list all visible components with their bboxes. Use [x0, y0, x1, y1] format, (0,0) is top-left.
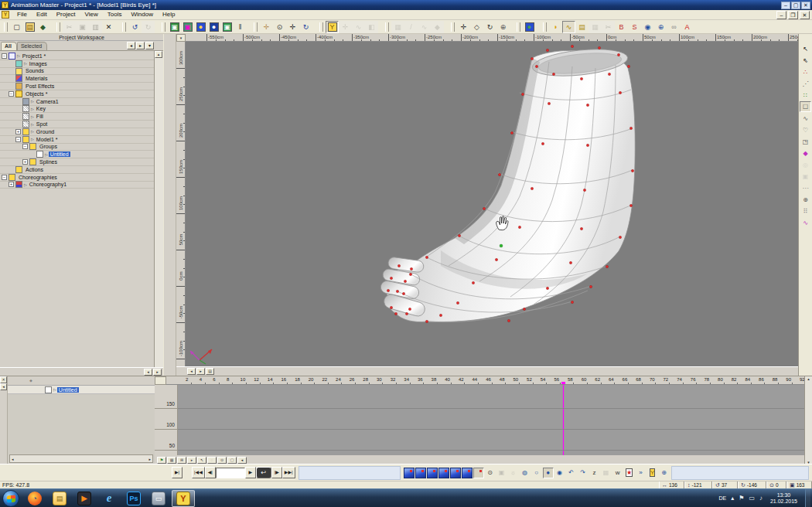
show-bias-icon[interactable]: B — [615, 21, 628, 33]
add-point-tool-icon[interactable]: ∴ — [800, 66, 811, 77]
to-start-button[interactable]: |◀◀ — [192, 467, 205, 478]
ruler-corner-button[interactable]: ▾ — [176, 34, 186, 42]
orbit-left-icon[interactable]: ↶ — [566, 468, 577, 478]
close-button[interactable]: ✕ — [801, 2, 810, 9]
tree-item-label[interactable]: Post Effects — [24, 83, 56, 89]
extrude-tool-icon[interactable]: ◳ — [800, 136, 811, 147]
undo-icon[interactable]: ↺ — [128, 21, 142, 33]
viewport-scroll-button-0[interactable]: ◂ — [187, 368, 196, 375]
action-center-icon[interactable]: ⚑ — [739, 495, 744, 502]
move-view-icon[interactable]: ✛ — [286, 21, 299, 33]
setup-mode-icon[interactable]: ∿ — [352, 21, 365, 33]
tree-item-objects[interactable]: −Objects * — [0, 90, 154, 98]
render-points-icon[interactable]: ◍ — [520, 468, 531, 478]
workspace-header[interactable]: Project Workspace — [0, 34, 163, 41]
tab-selected[interactable]: Selected — [17, 42, 47, 50]
pan-hand-icon[interactable]: ✛ — [260, 21, 273, 33]
collapse-icon[interactable]: − — [9, 91, 14, 97]
stereo-view-icon[interactable]: ◉ — [641, 21, 654, 33]
scroll-right-icon[interactable]: ▸ — [147, 457, 152, 461]
collapse-icon[interactable]: − — [22, 144, 28, 149]
mdi-close-button[interactable]: ✕ — [800, 11, 810, 19]
render-textured-icon[interactable]: ◉ — [554, 468, 565, 478]
zoom-mode-icon[interactable]: ⊙ — [485, 468, 496, 478]
viewport-scroll-button-1[interactable]: ▸ — [196, 368, 205, 375]
tree-item-fill[interactable]: ▷Fill — [0, 113, 154, 121]
library-icon[interactable]: ▣ — [168, 21, 181, 33]
cut-icon[interactable]: ✂ — [63, 21, 76, 33]
view-front-icon[interactable] — [404, 468, 415, 478]
mdi-minimize-button[interactable]: – — [776, 11, 786, 19]
workspace-vertical-scrollbar[interactable]: ▴ — [154, 51, 163, 367]
redo-icon[interactable]: ↻ — [142, 21, 155, 33]
render-shaded-icon[interactable]: ● — [543, 468, 554, 478]
tree-item-label[interactable]: Fill — [35, 114, 45, 119]
collapse-icon[interactable]: − — [2, 53, 7, 59]
rotate-manipulator-icon[interactable]: ↻ — [483, 21, 496, 33]
menu-edit[interactable]: Edit — [32, 10, 52, 19]
display-icon[interactable]: ▭ — [749, 495, 755, 502]
tree-item-label[interactable]: Ground — [35, 129, 56, 134]
copy-icon[interactable]: ▣ — [76, 21, 89, 33]
menu-file[interactable]: File — [12, 10, 32, 19]
show-normals-icon[interactable]: S — [628, 21, 641, 33]
mirror-mode-icon[interactable]: ◧ — [365, 21, 378, 33]
model-canvas[interactable] — [186, 42, 798, 366]
tree-item-untitled[interactable]: ▷Untitled — [0, 151, 154, 158]
loop-button[interactable]: ↩ — [256, 467, 271, 478]
show-desktop-button[interactable] — [805, 489, 810, 507]
show-decals-icon[interactable]: ▤ — [575, 21, 589, 33]
expand-icon[interactable]: + — [9, 182, 14, 187]
world-view-icon[interactable]: ⊕ — [659, 468, 670, 478]
jump-button[interactable]: ▶| — [172, 467, 183, 478]
camera-view-icon[interactable]: ▣ — [496, 468, 507, 478]
turn-view-icon[interactable]: ↻ — [299, 21, 312, 33]
world-grid-icon[interactable]: ⊕ — [654, 21, 667, 33]
tree-item-label[interactable]: Camera1 — [35, 99, 60, 104]
tab-scroll-button-2[interactable]: ▾ — [145, 42, 154, 49]
bend-tool-icon[interactable]: ∿ — [800, 113, 811, 124]
tl-grid-icon[interactable]: ▦ — [167, 457, 176, 464]
tree-item-groups[interactable]: −Groups — [0, 144, 154, 151]
scroll-left-icon[interactable]: ◂ — [10, 457, 15, 461]
firefox-icon[interactable]: ◔ — [23, 490, 46, 507]
tree-item-label[interactable]: Sounds — [24, 68, 46, 73]
tl-lasso-icon[interactable]: ◌ — [207, 457, 217, 464]
menu-window[interactable]: Window — [126, 10, 157, 19]
expand-icon[interactable]: + — [15, 129, 21, 134]
tl-key-icon[interactable]: ▸ — [187, 457, 196, 464]
timeline-graph[interactable] — [178, 385, 804, 455]
tl-pointer-icon[interactable]: ↖ — [197, 457, 206, 464]
tree-item-camera1[interactable]: ▷Camera1 — [0, 98, 154, 106]
tray-expand-icon[interactable]: ▴ — [731, 495, 734, 502]
tree-item-splines[interactable]: +Splines — [0, 158, 154, 166]
lock-tool-icon[interactable]: ▣ — [800, 171, 811, 182]
internet-explorer-icon[interactable]: e — [97, 490, 121, 507]
clock[interactable]: 13:30 21.02.2015 — [767, 492, 800, 505]
next-frame-button[interactable]: ▶ — [245, 467, 256, 478]
menu-help[interactable]: Help — [158, 10, 179, 19]
tree-item-label[interactable]: Project1 * — [21, 53, 47, 59]
explorer-icon[interactable]: ▤ — [48, 490, 71, 507]
tree-item-choreographies[interactable]: −Choreographies — [0, 174, 154, 182]
tree-item-project1[interactable]: −▷Project1 * — [0, 53, 154, 60]
tab-all[interactable]: All — [1, 42, 17, 50]
tree-item-materials[interactable]: Materials — [0, 75, 154, 83]
workspace-horizontal-scrollbar[interactable]: ◂ ▸ — [0, 367, 163, 376]
open-icon[interactable]: ▤ — [23, 21, 36, 33]
minimize-button[interactable]: – — [781, 2, 790, 9]
timeline-item-label[interactable]: Untitled — [57, 387, 79, 393]
tree-item-label[interactable]: Choreography1 — [28, 182, 68, 187]
view-birdseye-icon[interactable] — [473, 468, 484, 478]
tree-item-spot[interactable]: ▷Spot — [0, 121, 154, 128]
snap-to-grid-icon[interactable]: ✂ — [602, 21, 615, 33]
translate-pivot-icon[interactable]: ⇖ — [800, 55, 811, 66]
view-right-icon[interactable] — [427, 468, 438, 478]
stitch-tool-icon[interactable]: ∷ — [800, 90, 811, 100]
collapse-icon[interactable]: − — [2, 175, 7, 180]
collapse-icon[interactable]: − — [15, 137, 21, 142]
add-spline-tool-icon[interactable]: ⋰ — [800, 78, 811, 89]
mdi-restore-button[interactable]: ❐ — [788, 11, 798, 19]
animation-master-icon[interactable]: Y — [172, 490, 195, 507]
muscular-key-icon[interactable]: ∿ — [418, 21, 431, 33]
